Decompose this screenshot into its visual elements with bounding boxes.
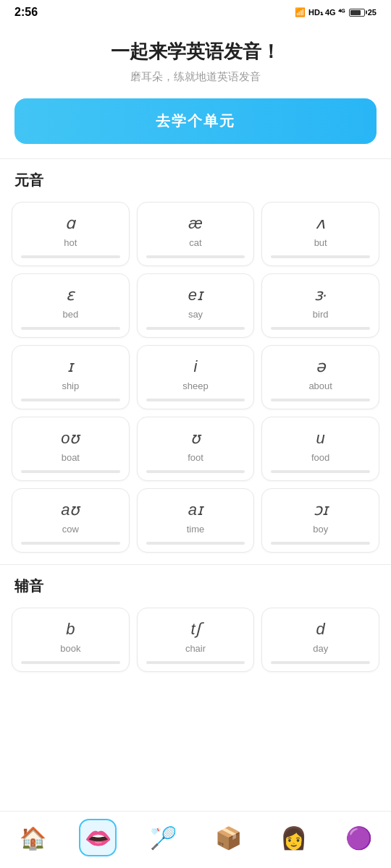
phoneme-progress-bar	[21, 399, 120, 401]
status-bar: 2:56 📶 HD₁ 4G ⁴ᴳ 25	[0, 0, 391, 22]
exercise-icon-wrap: 🏸	[144, 819, 182, 856]
vowel-card[interactable]: ʊ foot	[137, 417, 255, 481]
vowels-title: 元音	[12, 171, 379, 190]
home-icon-wrap: 🏠	[14, 819, 51, 856]
phoneme-word: cat	[143, 237, 248, 248]
header-section: 一起来学英语发音！ 磨耳朵，练就地道英语发音	[0, 22, 391, 98]
vowel-card[interactable]: i sheep	[137, 345, 255, 409]
phoneme-progress-bar	[271, 327, 370, 330]
phoneme-progress-bar	[21, 327, 120, 330]
consonant-card[interactable]: d day	[261, 608, 379, 672]
profile-icon: 👩	[280, 825, 307, 851]
nav-book[interactable]: 📦	[205, 819, 251, 856]
cta-container: 去学个单元	[0, 98, 391, 158]
phoneme-symbol: ʊ	[143, 427, 248, 449]
vowel-card[interactable]: eɪ say	[137, 273, 255, 338]
vowel-card[interactable]: ə about	[261, 345, 379, 409]
more-icon-wrap: 🟣	[340, 819, 377, 856]
vowel-card[interactable]: ɔɪ boy	[261, 488, 379, 553]
phoneme-symbol: u	[268, 427, 373, 449]
phoneme-progress-bar	[146, 255, 245, 258]
book-icon-wrap: 📦	[209, 819, 247, 856]
phoneme-word: chair	[143, 643, 248, 654]
network-label: HD₁ 4G ⁴ᴳ	[308, 8, 345, 17]
phoneme-symbol: eɪ	[143, 284, 248, 306]
vowel-card[interactable]: ʌ but	[261, 202, 379, 266]
phoneme-word: hot	[18, 237, 123, 248]
more-icon: 🟣	[345, 825, 372, 851]
vowel-card[interactable]: æ cat	[137, 202, 255, 266]
consonants-grid: b book tʃ chair d day	[12, 608, 379, 672]
vowel-card[interactable]: ɜ· bird	[261, 273, 379, 338]
nav-mic[interactable]: 👄	[75, 819, 121, 856]
vowel-card[interactable]: u food	[261, 417, 379, 481]
phoneme-progress-bar	[21, 470, 120, 473]
phoneme-word: bed	[18, 309, 123, 320]
phoneme-symbol: b	[18, 618, 123, 640]
vowels-grid: ɑ hot æ cat ʌ but ɛ bed eɪ say ɜ· bird ɪ…	[12, 202, 379, 553]
cta-button[interactable]: 去学个单元	[14, 98, 377, 144]
consonant-card[interactable]: tʃ chair	[137, 608, 255, 672]
phoneme-progress-bar	[146, 661, 245, 664]
section-divider	[0, 158, 391, 159]
phoneme-symbol: ɑ	[18, 213, 123, 234]
phoneme-progress-bar	[271, 542, 370, 545]
phoneme-progress-bar	[271, 661, 370, 664]
exercise-icon: 🏸	[150, 825, 177, 851]
phoneme-symbol: i	[143, 356, 248, 378]
nav-profile[interactable]: 👩	[270, 819, 316, 856]
bottom-nav: 🏠 👄 🏸 📦 👩 🟣	[0, 811, 391, 868]
section-divider-2	[0, 564, 391, 565]
status-time: 2:56	[14, 6, 38, 19]
phoneme-word: book	[18, 643, 123, 654]
phoneme-progress-bar	[146, 470, 245, 473]
phoneme-symbol: ə	[268, 356, 373, 378]
phoneme-word: say	[143, 309, 248, 320]
vowel-card[interactable]: ɪ ship	[12, 345, 130, 409]
phoneme-word: about	[268, 380, 373, 391]
page-subtitle: 磨耳朵，练就地道英语发音	[14, 70, 377, 84]
vowel-card[interactable]: ɛ bed	[12, 273, 130, 338]
book-icon: 📦	[215, 825, 242, 851]
phoneme-progress-bar	[146, 327, 245, 330]
phoneme-symbol: ɪ	[18, 356, 123, 378]
consonants-section: 辅音 b book tʃ chair d day	[0, 576, 391, 684]
vowels-section: 元音 ɑ hot æ cat ʌ but ɛ bed eɪ say ɜ· bir…	[0, 171, 391, 564]
phoneme-progress-bar	[21, 255, 120, 258]
phoneme-word: food	[268, 452, 373, 463]
mic-icon-wrap: 👄	[79, 819, 117, 856]
phoneme-word: boy	[268, 524, 373, 535]
phoneme-symbol: aʊ	[18, 499, 123, 521]
phoneme-progress-bar	[21, 542, 120, 545]
phoneme-symbol: d	[268, 618, 373, 640]
phoneme-progress-bar	[146, 542, 245, 545]
phoneme-word: time	[143, 524, 248, 535]
nav-home[interactable]: 🏠	[9, 819, 56, 856]
profile-icon-wrap: 👩	[274, 819, 312, 856]
phoneme-word: bird	[268, 309, 373, 320]
nav-more[interactable]: 🟣	[335, 819, 382, 856]
battery-level: 25	[368, 8, 377, 17]
battery-icon	[349, 9, 365, 17]
phoneme-word: ship	[18, 380, 123, 391]
phoneme-symbol: ɔɪ	[268, 499, 373, 521]
phoneme-word: sheep	[143, 380, 248, 391]
consonant-card[interactable]: b book	[12, 608, 130, 672]
phoneme-symbol: ɜ·	[268, 284, 373, 306]
consonants-title: 辅音	[12, 576, 379, 596]
mic-icon: 👄	[85, 825, 112, 851]
page-title: 一起来学英语发音！	[14, 39, 377, 64]
phoneme-symbol: oʊ	[18, 427, 123, 449]
phoneme-word: day	[268, 643, 373, 654]
phoneme-progress-bar	[271, 399, 370, 401]
vowel-card[interactable]: oʊ boat	[12, 417, 130, 481]
phoneme-word: cow	[18, 524, 123, 535]
vowel-card[interactable]: aʊ cow	[12, 488, 130, 553]
vowel-card[interactable]: aɪ time	[137, 488, 255, 553]
vowel-card[interactable]: ɑ hot	[12, 202, 130, 266]
phoneme-progress-bar	[146, 399, 245, 401]
nav-exercise[interactable]: 🏸	[140, 819, 186, 856]
phoneme-symbol: tʃ	[143, 618, 248, 640]
phoneme-symbol: aɪ	[143, 499, 248, 521]
status-icons: 📶 HD₁ 4G ⁴ᴳ 25	[295, 7, 377, 17]
